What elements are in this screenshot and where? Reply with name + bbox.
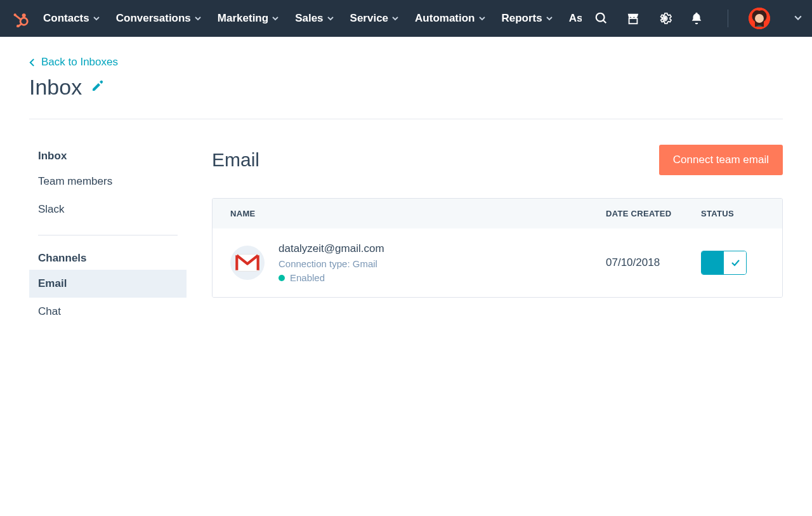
vertical-divider bbox=[728, 10, 728, 27]
svg-point-7 bbox=[596, 13, 605, 22]
nav-service[interactable]: Service bbox=[350, 12, 399, 25]
sidebar-title-inbox: Inbox bbox=[29, 145, 187, 168]
nav-label: Contacts bbox=[43, 12, 89, 25]
svg-point-10 bbox=[663, 17, 667, 20]
row-connection-type: Connection type: Gmail bbox=[278, 258, 606, 269]
row-status-line: Enabled bbox=[278, 272, 606, 283]
page-title: Inbox bbox=[29, 75, 82, 100]
chevron-left-icon bbox=[29, 58, 35, 67]
row-status-toggle-cell bbox=[701, 251, 764, 275]
sidebar-section-inbox: Inbox Team members Slack bbox=[29, 145, 187, 223]
svg-line-8 bbox=[603, 20, 606, 23]
row-email: datalyzeit@gmail.com bbox=[278, 242, 606, 255]
sidebar-item-chat[interactable]: Chat bbox=[29, 298, 187, 326]
nav-automation[interactable]: Automation bbox=[415, 12, 485, 25]
col-status: STATUS bbox=[701, 209, 764, 218]
status-toggle[interactable] bbox=[701, 251, 747, 275]
nav-label: Conversations bbox=[116, 12, 191, 25]
row-date: 07/10/2018 bbox=[606, 256, 701, 269]
chevron-down-icon[interactable] bbox=[794, 13, 802, 24]
nav-label: Marketing bbox=[218, 12, 268, 25]
nav-conversations[interactable]: Conversations bbox=[116, 12, 201, 25]
top-nav: Contacts Conversations Marketing Sales S… bbox=[0, 0, 812, 37]
back-link-label: Back to Inboxes bbox=[41, 56, 118, 69]
avatar[interactable] bbox=[749, 8, 770, 29]
gear-icon[interactable] bbox=[658, 11, 672, 25]
toggle-off bbox=[724, 251, 746, 274]
horizontal-divider bbox=[29, 119, 783, 119]
nav-label: Sales bbox=[295, 12, 323, 25]
svg-point-4 bbox=[14, 13, 16, 16]
table-row[interactable]: datalyzeit@gmail.com Connection type: Gm… bbox=[213, 228, 782, 297]
col-name: NAME bbox=[230, 209, 606, 218]
nav-label: Automation bbox=[415, 12, 475, 25]
connect-team-email-button[interactable]: Connect team email bbox=[659, 145, 783, 175]
back-link[interactable]: Back to Inboxes bbox=[29, 56, 783, 69]
sidebar-divider bbox=[38, 235, 178, 235]
check-icon bbox=[730, 258, 740, 268]
settings-sidebar: Inbox Team members Slack Channels Email … bbox=[29, 145, 187, 326]
main-title: Email bbox=[212, 149, 259, 171]
svg-line-3 bbox=[16, 15, 21, 20]
nav-label: Service bbox=[350, 12, 389, 25]
col-date: DATE CREATED bbox=[606, 209, 701, 218]
svg-point-0 bbox=[22, 13, 26, 17]
toggle-on bbox=[702, 251, 724, 274]
sidebar-item-slack[interactable]: Slack bbox=[29, 195, 187, 223]
nav-sales[interactable]: Sales bbox=[295, 12, 333, 25]
table-header: NAME DATE CREATED STATUS bbox=[213, 199, 782, 228]
gmail-icon bbox=[230, 246, 265, 280]
edit-icon[interactable] bbox=[91, 80, 103, 95]
page-title-row: Inbox bbox=[29, 75, 783, 100]
row-status-text: Enabled bbox=[290, 272, 325, 283]
content-row: Inbox Team members Slack Channels Email … bbox=[29, 145, 783, 326]
primary-nav: Contacts Conversations Marketing Sales S… bbox=[43, 12, 582, 25]
search-icon[interactable] bbox=[594, 11, 608, 25]
page-body: Back to Inboxes Inbox Inbox Team members… bbox=[0, 37, 812, 326]
nav-label: Reports bbox=[502, 12, 542, 25]
nav-asset-marketplace[interactable]: Asset Marketplace bbox=[569, 12, 582, 25]
svg-point-12 bbox=[755, 14, 764, 23]
marketplace-icon[interactable] bbox=[626, 11, 640, 25]
svg-rect-9 bbox=[629, 18, 638, 23]
sidebar-item-email[interactable]: Email bbox=[29, 270, 187, 298]
main-header: Email Connect team email bbox=[212, 145, 783, 175]
nav-contacts[interactable]: Contacts bbox=[43, 12, 100, 25]
main-panel: Email Connect team email NAME DATE CREAT… bbox=[212, 145, 783, 326]
sidebar-item-team-members[interactable]: Team members bbox=[29, 168, 187, 195]
bell-icon[interactable] bbox=[690, 11, 704, 25]
row-info: datalyzeit@gmail.com Connection type: Gm… bbox=[278, 242, 606, 283]
email-table: NAME DATE CREATED STATUS datalyzeit@gmai… bbox=[212, 198, 783, 298]
nav-label: Asset Marketplace bbox=[569, 12, 582, 25]
sidebar-section-channels: Channels Email Chat bbox=[29, 247, 187, 326]
nav-reports[interactable]: Reports bbox=[502, 12, 553, 25]
sidebar-title-channels: Channels bbox=[29, 247, 187, 270]
status-dot bbox=[278, 275, 285, 281]
hubspot-logo[interactable] bbox=[11, 9, 30, 28]
nav-utility-icons bbox=[594, 8, 802, 29]
nav-marketing[interactable]: Marketing bbox=[218, 12, 278, 25]
